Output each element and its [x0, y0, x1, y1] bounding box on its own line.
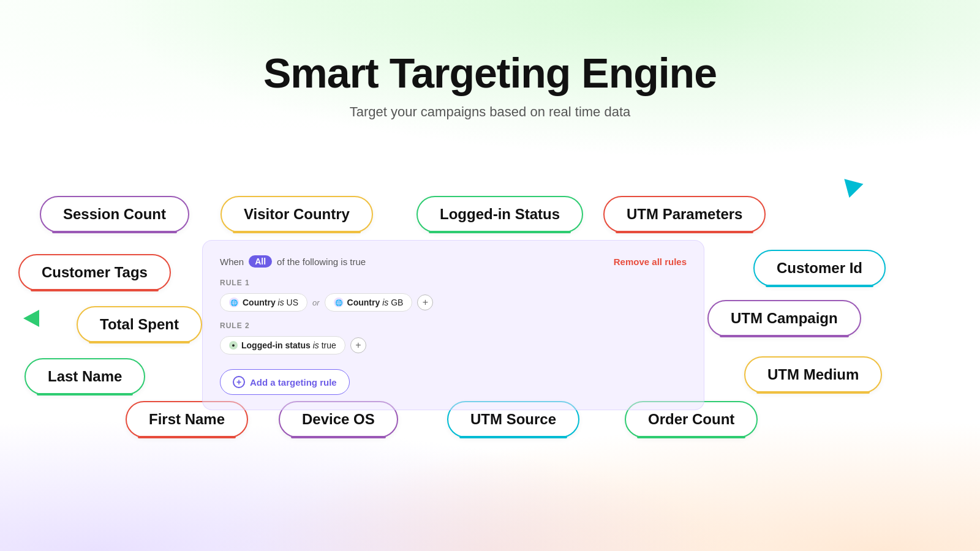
rule-1-condition-2[interactable]: 🌐 Country is GB — [325, 293, 413, 312]
rule-1-label: RULE 1 — [220, 279, 687, 287]
pill-customer-tags[interactable]: Customer Tags — [18, 254, 171, 291]
rule-1-condition-1[interactable]: 🌐 Country is US — [220, 293, 307, 312]
add-rule-plus-icon: + — [233, 376, 245, 388]
add-rule-label: Add a targeting rule — [250, 377, 337, 388]
rule-1-add-condition-button[interactable]: + — [417, 294, 433, 310]
rule-1-connector: or — [312, 298, 320, 307]
rule-panel-when-clause: When All of the following is true — [220, 255, 366, 268]
pill-last-name[interactable]: Last Name — [24, 358, 145, 395]
pill-utm-parameters[interactable]: UTM Parameters — [603, 196, 766, 233]
page-subtitle: Target your campaigns based on real time… — [0, 104, 980, 120]
rule-1-row: 🌐 Country is US or 🌐 Country is GB + — [220, 293, 687, 312]
pill-customer-id[interactable]: Customer Id — [753, 250, 886, 287]
pill-session-count[interactable]: Session Count — [40, 196, 189, 233]
pill-logged-in-status[interactable]: Logged-in Status — [417, 196, 583, 233]
pill-utm-campaign[interactable]: UTM Campaign — [707, 300, 861, 337]
rule-1-section: RULE 1 🌐 Country is US or 🌐 Country is G… — [220, 279, 687, 312]
rule-2-row: ● Logged-in status is true + — [220, 336, 687, 354]
add-targeting-rule-button[interactable]: + Add a targeting rule — [220, 369, 350, 395]
green-arrow-decoration — [23, 310, 39, 327]
of-text: of the following is true — [277, 257, 366, 267]
globe-icon-2: 🌐 — [334, 298, 344, 307]
dot-icon-1: ● — [229, 341, 238, 350]
rule-2-add-condition-button[interactable]: + — [350, 337, 366, 353]
pill-visitor-country[interactable]: Visitor Country — [221, 196, 373, 233]
globe-icon-1: 🌐 — [229, 298, 239, 307]
pill-total-spent[interactable]: Total Spent — [77, 306, 202, 343]
page-title: Smart Targeting Engine — [0, 49, 980, 97]
rule-2-section: RULE 2 ● Logged-in status is true + — [220, 321, 687, 354]
when-text: When — [220, 257, 244, 267]
rule-2-condition-1[interactable]: ● Logged-in status is true — [220, 336, 345, 354]
pill-utm-medium[interactable]: UTM Medium — [744, 356, 882, 393]
page-header: Smart Targeting Engine Target your campa… — [0, 0, 980, 138]
rule-2-label: RULE 2 — [220, 321, 687, 330]
rule-panel-header: When All of the following is true Remove… — [220, 255, 687, 268]
rule-panel: When All of the following is true Remove… — [202, 240, 704, 410]
cursor-decoration — [844, 174, 865, 198]
all-badge[interactable]: All — [249, 255, 272, 268]
remove-all-rules-button[interactable]: Remove all rules — [614, 257, 687, 267]
